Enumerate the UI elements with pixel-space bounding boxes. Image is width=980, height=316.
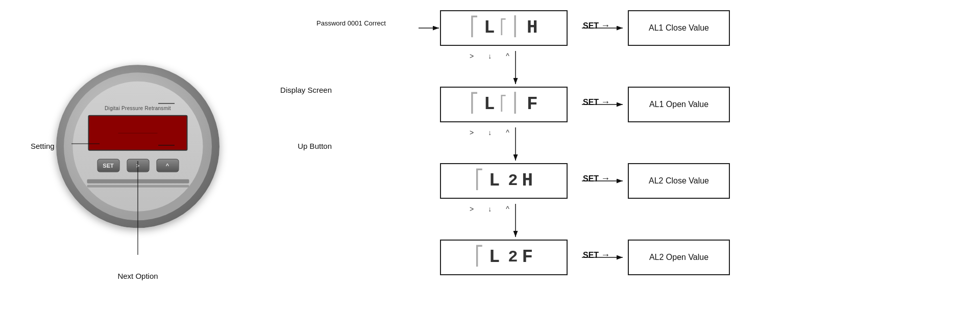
nav-up-2: ^ (506, 128, 509, 137)
seg-char: 2 (508, 249, 519, 266)
label-box-2: AL1 Open Value (628, 87, 730, 122)
display-box-1: ⎡ L ⎡ ⎢ H (440, 10, 568, 46)
seg-char: ⎡ (469, 95, 481, 114)
button-row: SET > ^ (97, 159, 179, 172)
nav-down-2: ↓ (488, 128, 492, 137)
nav-greater-2: > (470, 128, 474, 137)
display-box-4: ⎡ L 2 F (440, 240, 568, 275)
set-arrow-3: SET → (583, 173, 610, 184)
seg-char: ⎢ (511, 19, 524, 37)
nav-down-3: ↓ (488, 205, 492, 213)
set-arrow-icon-2: → (601, 97, 610, 108)
set-text-4: SET (583, 251, 599, 260)
set-arrow-icon-4: → (601, 250, 610, 260)
bottom-bar-1 (87, 179, 189, 183)
password-label: Password 0001 Correct (316, 19, 386, 27)
device-face: Digitai Pressure Retransmit SET > ^ (73, 82, 203, 212)
nav-up-1: ^ (506, 52, 509, 60)
label-box-text-4: AL2 Open Value (649, 253, 708, 262)
seg-char: L (489, 172, 501, 190)
seg-char: ⎢ (511, 95, 524, 114)
set-text-3: SET (583, 174, 599, 183)
seg-char: ⎡ (499, 21, 509, 35)
label-box-text-1: AL1 Close Value (649, 23, 709, 33)
set-text-1: SET (583, 21, 599, 31)
nav-up-3: ^ (506, 205, 509, 213)
label-next-option: Next Option (117, 272, 158, 280)
set-arrow-icon-1: → (601, 20, 610, 31)
outer-ring: Digitai Pressure Retransmit SET > ^ (56, 65, 219, 228)
seg-char: F (522, 248, 534, 267)
label-box-4: AL2 Open Value (628, 240, 730, 275)
label-box-1: AL1 Close Value (628, 10, 730, 46)
next-button[interactable]: > (127, 159, 149, 172)
seg-char: L (484, 95, 496, 114)
seg-char: ⎡ (474, 172, 486, 190)
seg-char: H (527, 19, 539, 37)
display-box-3: ⎡ L 2 H (440, 163, 568, 199)
flow-diagram: Password 0001 Correct ⎡ L ⎡ ⎢ H SET → AL… (316, 5, 960, 311)
seg-char: F (527, 95, 539, 114)
set-text-2: SET (583, 98, 599, 107)
seg-char: H (522, 172, 534, 190)
seg-char: ⎡ (474, 248, 486, 267)
display-box-2: ⎡ L ⎡ ⎢ F (440, 87, 568, 122)
label-box-3: AL2 Close Value (628, 163, 730, 199)
nav-arrows-2: > ↓ ^ (470, 128, 509, 137)
device-diagram: Digitai Pressure Retransmit SET > ^ Sett… (31, 10, 245, 296)
nav-greater-3: > (470, 205, 474, 213)
set-arrow-icon-3: → (601, 173, 610, 184)
seg-char: 2 (508, 173, 519, 189)
device-title: Digitai Pressure Retransmit (105, 106, 171, 111)
inner-ring: Digitai Pressure Retransmit SET > ^ (64, 72, 212, 220)
nav-greater-1: > (470, 52, 474, 60)
label-box-text-3: AL2 Close Value (649, 176, 709, 186)
bottom-bar-2 (87, 185, 189, 188)
seg-char: L (489, 248, 501, 267)
set-button[interactable]: SET (97, 159, 119, 172)
set-arrow-2: SET → (583, 97, 610, 108)
label-box-text-2: AL1 Open Value (649, 100, 708, 109)
set-arrow-4: SET → (583, 250, 610, 260)
seg-char: ⎡ (499, 97, 509, 112)
seg-char: ⎡ (469, 19, 481, 37)
set-arrow-1: SET → (583, 20, 610, 31)
seg-char: L (484, 19, 496, 37)
up-button[interactable]: ^ (156, 159, 179, 172)
label-setting: Setting (31, 142, 55, 150)
nav-arrows-1: > ↓ ^ (470, 52, 509, 60)
nav-arrows-3: > ↓ ^ (470, 205, 509, 213)
nav-down-1: ↓ (488, 52, 492, 60)
display-screen (88, 115, 188, 151)
